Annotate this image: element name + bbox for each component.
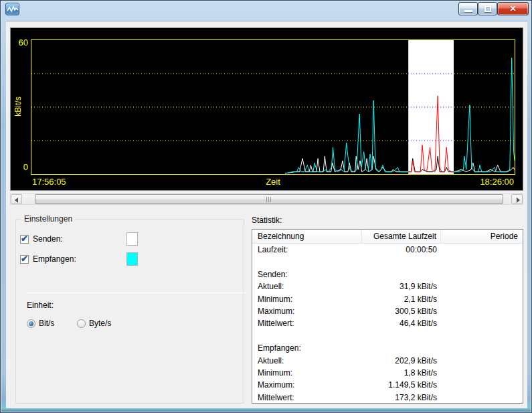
stat-cell [441,342,522,354]
waveform-app-icon[interactable] [5,3,19,15]
stat-cell: Minimum: [252,367,362,379]
chart-horizontal-scrollbar[interactable] [10,193,523,205]
chart-x-end-label: 18:26:00 [480,177,514,187]
table-row[interactable] [252,330,523,342]
stat-cell [441,280,522,293]
stat-cell [362,268,441,280]
stat-cell [441,268,522,280]
stat-cell: 2,1 kBit/s [362,293,441,305]
checkmark-icon: ✔ [21,234,28,244]
settings-separator [25,293,245,293]
stat-cell [362,342,441,354]
bytes-radio[interactable] [77,319,86,328]
table-row[interactable]: Mittelwert:173,2 kBit/s [252,392,523,404]
chart-series-svg [31,40,515,174]
app-window: ✕ 60 0 kBit/s 17:56:05 Zeit 18:26:00 Ein… [0,0,532,413]
table-row[interactable]: Minimum:2,1 kBit/s [252,293,523,305]
stat-cell [441,379,522,391]
stat-cell: 1,8 kBit/s [362,367,441,379]
chart-x-start-label: 17:56:05 [32,177,66,187]
stat-cell: Senden: [252,268,362,280]
stat-cell [252,256,362,268]
stat-cell: Laufzeit: [252,244,362,256]
stat-cell [441,367,522,379]
empfangen-checkbox-label: Empfangen: [33,254,76,264]
maximize-button[interactable] [478,2,497,15]
table-row[interactable]: Mittelwert:46,4 kBit/s [252,317,523,329]
chart-y-axis-title: kBit/s [13,92,23,121]
scrollbar-grip-icon [266,197,272,202]
stat-cell [441,392,522,404]
stat-cell [252,330,362,342]
stat-cell: 202,9 kBit/s [362,355,441,367]
close-button[interactable]: ✕ [497,2,529,15]
chart-y-max-label: 60 [11,37,28,48]
senden-checkbox[interactable]: ✔ [20,235,29,244]
table-row[interactable]: Minimum:1,8 kBit/s [252,367,523,379]
radio-dot-icon [29,321,33,326]
left-arrow-icon [15,197,18,203]
client-area: 60 0 kBit/s 17:56:05 Zeit 18:26:00 Einst… [6,21,527,408]
stat-cell [362,330,441,342]
stat-cell: 00:00:50 [362,244,441,256]
scrollbar-right-button[interactable] [511,194,523,204]
scrollbar-thumb[interactable] [35,194,503,204]
statistics-table-header: Bezeichnung Gesamte Laufzeit Periode [252,230,523,244]
minimize-icon [464,10,472,12]
statistics-table: Bezeichnung Gesamte Laufzeit Periode Lau… [252,229,523,404]
stat-cell: 1.149,5 kBit/s [362,379,441,391]
empfangen-checkbox[interactable]: ✔ [20,255,29,264]
stat-cell: 31,9 kBit/s [362,280,441,293]
table-row[interactable]: Senden: [252,268,523,280]
stat-cell [441,330,522,342]
stat-cell [441,244,522,256]
table-row[interactable]: Aktuell:202,9 kBit/s [252,355,523,367]
table-row[interactable]: Aktuell:31,9 kBit/s [252,280,523,293]
header-cell-gesamte-laufzeit[interactable]: Gesamte Laufzeit [362,230,441,243]
stat-cell: Mittelwert: [252,392,362,404]
stat-cell: Maximum: [252,305,362,317]
unit-label: Einheit: [27,301,54,310]
empfangen-color-swatch[interactable] [126,252,138,266]
stat-cell [362,256,441,268]
table-row[interactable]: Empfangen: [252,342,523,354]
bits-radio-label: Bit/s [39,319,54,328]
stat-cell: 300,5 kBit/s [362,305,441,317]
stat-cell: 46,4 kBit/s [362,317,441,329]
bytes-radio-label: Byte/s [89,319,111,328]
stat-cell [441,256,522,268]
statistics-label: Statistik: [252,216,282,225]
stat-cell: Maximum: [252,379,362,391]
header-cell-periode[interactable]: Periode [441,230,522,243]
senden-checkbox-label: Senden: [33,234,63,244]
bits-radio[interactable] [27,319,35,328]
chart-plot-area[interactable] [31,39,515,175]
bandwidth-chart-panel: 60 0 kBit/s 17:56:05 Zeit 18:26:00 [10,27,523,191]
chart-x-axis-title: Zeit [206,177,340,187]
stat-cell [441,317,522,329]
stat-cell [441,305,522,317]
header-cell-bezeichnung[interactable]: Bezeichnung [252,230,362,243]
close-icon: ✕ [498,4,528,13]
scrollbar-left-button[interactable] [11,194,22,204]
minimize-button[interactable] [458,2,478,15]
senden-color-swatch[interactable] [126,232,138,246]
table-row[interactable] [252,256,523,268]
settings-groupbox-label: Einstellungen [21,214,75,224]
stat-cell: Aktuell: [252,280,362,293]
stat-cell: 173,2 kBit/s [362,392,441,404]
title-bar[interactable]: ✕ [1,1,531,21]
maximize-icon [484,6,491,12]
table-row[interactable]: Maximum:300,5 kBit/s [252,305,523,317]
settings-groupbox: Einstellungen ✔ Senden: ✔ Empfangen: Ein… [15,219,244,404]
checkmark-icon: ✔ [21,254,28,264]
stat-cell [441,355,522,367]
stat-cell [441,293,522,305]
right-arrow-icon [517,197,520,203]
table-row[interactable]: Maximum:1.149,5 kBit/s [252,379,523,391]
stat-cell: Aktuell: [252,355,362,367]
stat-cell: Empfangen: [252,342,362,354]
stat-cell: Minimum: [252,293,362,305]
stats-table-body: Laufzeit:00:00:50Senden:Aktuell:31,9 kBi… [252,244,523,404]
table-row[interactable]: Laufzeit:00:00:50 [252,244,523,256]
